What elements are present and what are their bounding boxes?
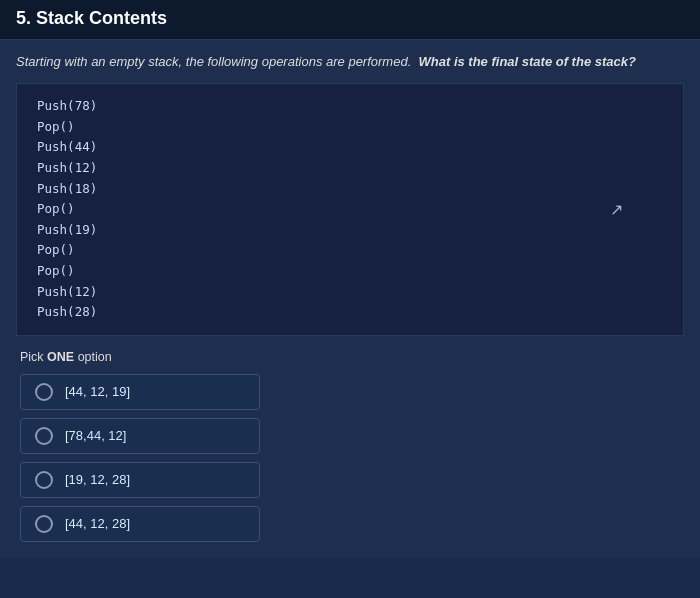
question-bold: What is the final state of the stack?: [419, 54, 636, 69]
pick-suffix: option: [74, 350, 112, 364]
pick-label: Pick ONE option: [16, 350, 684, 364]
op-3: Push(44): [37, 137, 663, 158]
option-4[interactable]: [44, 12, 28]: [20, 506, 260, 542]
op-7: Push(19): [37, 220, 663, 241]
pick-bold: ONE: [47, 350, 74, 364]
option-1-text: [44, 12, 19]: [65, 384, 130, 399]
op-8: Pop(): [37, 240, 663, 261]
op-10: Push(12): [37, 282, 663, 303]
question-prefix: Starting with an empty stack, the follow…: [16, 54, 411, 69]
option-3[interactable]: [19, 12, 28]: [20, 462, 260, 498]
op-9: Pop(): [37, 261, 663, 282]
option-2-text: [78,44, 12]: [65, 428, 126, 443]
op-11: Push(28): [37, 302, 663, 323]
question-text: Starting with an empty stack, the follow…: [16, 54, 684, 69]
cursor-icon: ↗: [610, 200, 623, 219]
op-6: Pop(): [37, 199, 663, 220]
option-1[interactable]: [44, 12, 19]: [20, 374, 260, 410]
radio-3[interactable]: [35, 471, 53, 489]
radio-1[interactable]: [35, 383, 53, 401]
option-2[interactable]: [78,44, 12]: [20, 418, 260, 454]
op-2: Pop(): [37, 117, 663, 138]
options-list: [44, 12, 19] [78,44, 12] [19, 12, 28] [4…: [16, 374, 684, 542]
page-header: 5. Stack Contents: [0, 0, 700, 40]
radio-4[interactable]: [35, 515, 53, 533]
page-title: 5. Stack Contents: [16, 8, 684, 29]
operations-box: Push(78) Pop() Push(44) Push(12) Push(18…: [16, 83, 684, 336]
question-area: Starting with an empty stack, the follow…: [0, 40, 700, 558]
op-1: Push(78): [37, 96, 663, 117]
pick-prefix: Pick: [20, 350, 47, 364]
radio-2[interactable]: [35, 427, 53, 445]
option-4-text: [44, 12, 28]: [65, 516, 130, 531]
op-4: Push(12): [37, 158, 663, 179]
op-5: Push(18): [37, 179, 663, 200]
option-3-text: [19, 12, 28]: [65, 472, 130, 487]
